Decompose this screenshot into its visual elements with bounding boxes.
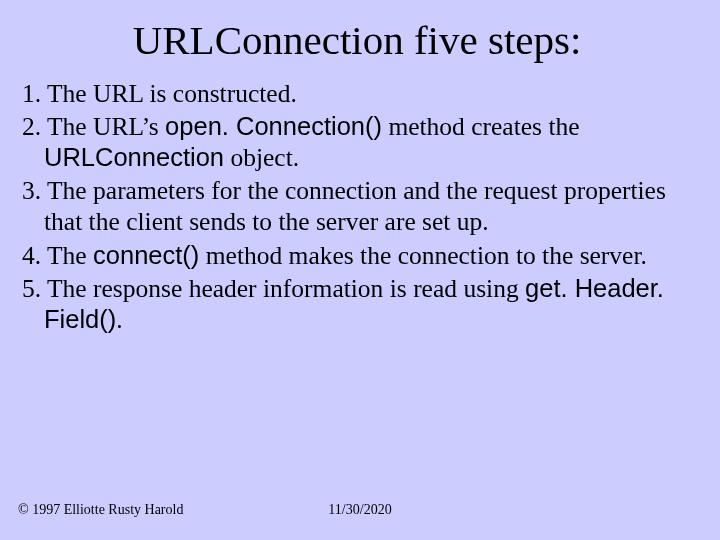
footer-date: 11/30/2020: [328, 502, 391, 518]
step-2-code-b: URLConnection: [44, 143, 224, 171]
step-2-text-c: object.: [224, 143, 299, 172]
step-2: 2. The URL’s open. Connection() method c…: [22, 111, 692, 173]
step-3-text: 3. The parameters for the connection and…: [22, 176, 666, 236]
step-2-text-b: method creates the: [382, 112, 580, 141]
step-3: 3. The parameters for the connection and…: [22, 175, 692, 237]
step-5-text-a: 5. The response header information is re…: [22, 274, 525, 303]
step-1: 1. The URL is constructed.: [22, 78, 692, 109]
slide-footer: © 1997 Elliotte Rusty Harold 11/30/2020: [18, 502, 702, 518]
slide-title: URLConnection five steps:: [22, 16, 692, 64]
slide-body: 1. The URL is constructed. 2. The URL’s …: [22, 78, 692, 335]
step-4-text-b: method makes the connection to the serve…: [199, 241, 647, 270]
step-2-text-a: 2. The URL’s: [22, 112, 165, 141]
step-4: 4. The connect() method makes the connec…: [22, 240, 692, 271]
footer-copyright: © 1997 Elliotte Rusty Harold: [18, 502, 183, 518]
step-4-code: connect(): [93, 241, 199, 269]
step-1-text: 1. The URL is constructed.: [22, 79, 297, 108]
step-4-text-a: 4. The: [22, 241, 93, 270]
step-2-code-a: open. Connection(): [165, 112, 382, 140]
step-5-text-b: .: [116, 305, 122, 334]
slide: URLConnection five steps: 1. The URL is …: [0, 0, 720, 540]
step-5: 5. The response header information is re…: [22, 273, 692, 335]
